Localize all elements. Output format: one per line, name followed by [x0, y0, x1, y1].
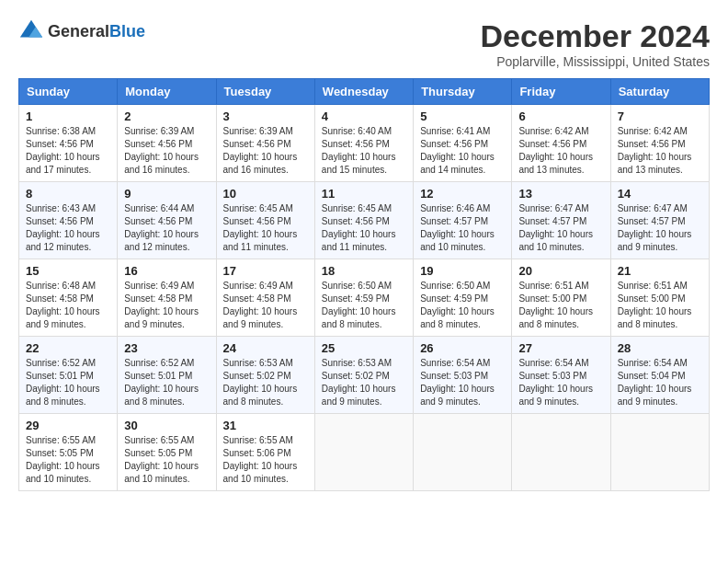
day-info: Sunrise: 6:41 AM Sunset: 4:56 PM Dayligh…	[420, 125, 505, 177]
day-number: 24	[223, 341, 308, 355]
day-info: Sunrise: 6:52 AM Sunset: 5:01 PM Dayligh…	[124, 357, 209, 408]
day-cell: 29Sunrise: 6:55 AM Sunset: 5:05 PM Dayli…	[19, 414, 118, 491]
logo-text-general: General	[48, 22, 109, 40]
day-info: Sunrise: 6:50 AM Sunset: 4:59 PM Dayligh…	[420, 280, 505, 331]
header-row: SundayMondayTuesdayWednesdayThursdayFrid…	[19, 79, 710, 105]
day-cell: 14Sunrise: 6:47 AM Sunset: 4:57 PM Dayli…	[610, 182, 709, 259]
day-cell: 18Sunrise: 6:50 AM Sunset: 4:59 PM Dayli…	[314, 259, 413, 337]
logo-icon	[18, 18, 44, 44]
day-cell	[512, 414, 610, 491]
header-cell-wednesday: Wednesday	[314, 79, 413, 105]
day-info: Sunrise: 6:42 AM Sunset: 4:56 PM Dayligh…	[518, 125, 603, 177]
day-info: Sunrise: 6:38 AM Sunset: 4:56 PM Dayligh…	[26, 125, 110, 177]
week-row-1: 1Sunrise: 6:38 AM Sunset: 4:56 PM Daylig…	[19, 105, 710, 182]
day-cell: 4Sunrise: 6:40 AM Sunset: 4:56 PM Daylig…	[314, 105, 413, 182]
day-number: 1	[26, 109, 110, 123]
day-info: Sunrise: 6:40 AM Sunset: 4:56 PM Dayligh…	[322, 125, 406, 177]
day-number: 4	[322, 109, 406, 123]
day-number: 9	[124, 187, 209, 201]
day-number: 14	[618, 187, 702, 201]
day-cell	[610, 414, 709, 491]
day-info: Sunrise: 6:54 AM Sunset: 5:04 PM Dayligh…	[618, 357, 702, 408]
day-number: 11	[322, 187, 406, 201]
day-cell: 22Sunrise: 6:52 AM Sunset: 5:01 PM Dayli…	[19, 337, 118, 414]
day-cell: 26Sunrise: 6:54 AM Sunset: 5:03 PM Dayli…	[414, 337, 512, 414]
day-number: 10	[223, 187, 308, 201]
day-info: Sunrise: 6:52 AM Sunset: 5:01 PM Dayligh…	[26, 357, 110, 408]
day-info: Sunrise: 6:55 AM Sunset: 5:05 PM Dayligh…	[124, 434, 209, 486]
day-cell: 3Sunrise: 6:39 AM Sunset: 4:56 PM Daylig…	[216, 105, 314, 182]
day-cell: 15Sunrise: 6:48 AM Sunset: 4:58 PM Dayli…	[19, 259, 118, 337]
day-number: 22	[26, 341, 110, 355]
day-cell: 2Sunrise: 6:39 AM Sunset: 4:56 PM Daylig…	[118, 105, 216, 182]
day-number: 8	[26, 187, 110, 201]
day-number: 16	[124, 264, 209, 278]
logo: GeneralBlue	[18, 18, 145, 44]
day-info: Sunrise: 6:55 AM Sunset: 5:06 PM Dayligh…	[223, 434, 308, 486]
day-info: Sunrise: 6:54 AM Sunset: 5:03 PM Dayligh…	[420, 357, 505, 408]
month-year: December 2024	[480, 18, 710, 54]
logo-text-blue: Blue	[109, 22, 145, 40]
day-cell: 31Sunrise: 6:55 AM Sunset: 5:06 PM Dayli…	[216, 414, 314, 491]
day-number: 19	[420, 264, 505, 278]
day-number: 2	[124, 109, 209, 123]
day-info: Sunrise: 6:53 AM Sunset: 5:02 PM Dayligh…	[223, 357, 308, 408]
header-cell-monday: Monday	[118, 79, 216, 105]
day-cell: 24Sunrise: 6:53 AM Sunset: 5:02 PM Dayli…	[216, 337, 314, 414]
week-row-3: 15Sunrise: 6:48 AM Sunset: 4:58 PM Dayli…	[19, 259, 710, 337]
day-info: Sunrise: 6:47 AM Sunset: 4:57 PM Dayligh…	[518, 202, 603, 254]
day-cell: 16Sunrise: 6:49 AM Sunset: 4:58 PM Dayli…	[118, 259, 216, 337]
day-info: Sunrise: 6:48 AM Sunset: 4:58 PM Dayligh…	[26, 280, 110, 331]
day-number: 21	[618, 264, 702, 278]
day-cell: 11Sunrise: 6:45 AM Sunset: 4:56 PM Dayli…	[314, 182, 413, 259]
day-number: 20	[518, 264, 603, 278]
week-row-4: 22Sunrise: 6:52 AM Sunset: 5:01 PM Dayli…	[19, 337, 710, 414]
day-info: Sunrise: 6:45 AM Sunset: 4:56 PM Dayligh…	[322, 202, 406, 254]
calendar: SundayMondayTuesdayWednesdayThursdayFrid…	[18, 78, 710, 491]
day-cell: 25Sunrise: 6:53 AM Sunset: 5:02 PM Dayli…	[314, 337, 413, 414]
day-number: 27	[518, 341, 603, 355]
day-cell: 13Sunrise: 6:47 AM Sunset: 4:57 PM Dayli…	[512, 182, 610, 259]
day-number: 29	[26, 419, 110, 432]
day-cell: 1Sunrise: 6:38 AM Sunset: 4:56 PM Daylig…	[19, 105, 118, 182]
header-cell-thursday: Thursday	[414, 79, 512, 105]
day-number: 12	[420, 187, 505, 201]
day-cell: 12Sunrise: 6:46 AM Sunset: 4:57 PM Dayli…	[414, 182, 512, 259]
header-cell-tuesday: Tuesday	[216, 79, 314, 105]
day-info: Sunrise: 6:55 AM Sunset: 5:05 PM Dayligh…	[26, 434, 110, 486]
day-cell: 9Sunrise: 6:44 AM Sunset: 4:56 PM Daylig…	[118, 182, 216, 259]
day-cell: 10Sunrise: 6:45 AM Sunset: 4:56 PM Dayli…	[216, 182, 314, 259]
day-number: 17	[223, 264, 308, 278]
day-cell: 21Sunrise: 6:51 AM Sunset: 5:00 PM Dayli…	[610, 259, 709, 337]
day-info: Sunrise: 6:50 AM Sunset: 4:59 PM Dayligh…	[322, 280, 406, 331]
day-cell: 5Sunrise: 6:41 AM Sunset: 4:56 PM Daylig…	[414, 105, 512, 182]
header-cell-saturday: Saturday	[610, 79, 709, 105]
day-number: 23	[124, 341, 209, 355]
day-number: 3	[223, 109, 308, 123]
day-info: Sunrise: 6:44 AM Sunset: 4:56 PM Dayligh…	[124, 202, 209, 254]
day-cell: 17Sunrise: 6:49 AM Sunset: 4:58 PM Dayli…	[216, 259, 314, 337]
day-number: 26	[420, 341, 505, 355]
day-number: 30	[124, 419, 209, 432]
day-info: Sunrise: 6:45 AM Sunset: 4:56 PM Dayligh…	[223, 202, 308, 254]
day-cell: 23Sunrise: 6:52 AM Sunset: 5:01 PM Dayli…	[118, 337, 216, 414]
day-number: 15	[26, 264, 110, 278]
day-info: Sunrise: 6:51 AM Sunset: 5:00 PM Dayligh…	[518, 280, 603, 331]
day-cell: 6Sunrise: 6:42 AM Sunset: 4:56 PM Daylig…	[512, 105, 610, 182]
day-info: Sunrise: 6:54 AM Sunset: 5:03 PM Dayligh…	[518, 357, 603, 408]
day-info: Sunrise: 6:51 AM Sunset: 5:00 PM Dayligh…	[618, 280, 702, 331]
day-cell: 20Sunrise: 6:51 AM Sunset: 5:00 PM Dayli…	[512, 259, 610, 337]
day-number: 5	[420, 109, 505, 123]
day-info: Sunrise: 6:49 AM Sunset: 4:58 PM Dayligh…	[223, 280, 308, 331]
location: Poplarville, Mississippi, United States	[480, 54, 710, 69]
day-cell	[314, 414, 413, 491]
day-cell: 19Sunrise: 6:50 AM Sunset: 4:59 PM Dayli…	[414, 259, 512, 337]
day-number: 6	[518, 109, 603, 123]
day-cell: 27Sunrise: 6:54 AM Sunset: 5:03 PM Dayli…	[512, 337, 610, 414]
week-row-2: 8Sunrise: 6:43 AM Sunset: 4:56 PM Daylig…	[19, 182, 710, 259]
day-info: Sunrise: 6:46 AM Sunset: 4:57 PM Dayligh…	[420, 202, 505, 254]
day-number: 28	[618, 341, 702, 355]
day-cell: 28Sunrise: 6:54 AM Sunset: 5:04 PM Dayli…	[610, 337, 709, 414]
day-info: Sunrise: 6:47 AM Sunset: 4:57 PM Dayligh…	[618, 202, 702, 254]
header-cell-friday: Friday	[512, 79, 610, 105]
